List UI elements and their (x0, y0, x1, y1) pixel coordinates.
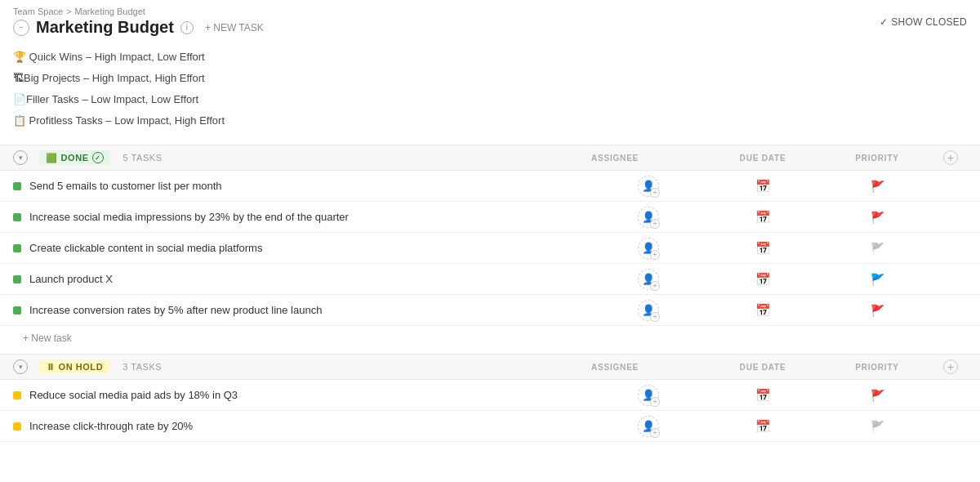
date-cell[interactable]: 📅 (706, 210, 820, 225)
assignee-cell[interactable]: 👤 (591, 176, 706, 197)
assignee-cell[interactable]: 👤 (591, 269, 706, 290)
assignee-cell[interactable]: 👤 (591, 416, 706, 437)
date-cell[interactable]: 📅 (706, 179, 820, 194)
task-label: Create clickable content in social media… (29, 242, 262, 254)
show-closed-button[interactable]: ✓ SHOW CLOSED (880, 16, 967, 28)
col-priority-done: PRIORITY (820, 154, 934, 163)
assignee-cell[interactable]: 👤 (591, 207, 706, 228)
avatar-icon: 👤 (642, 242, 655, 254)
task-name[interactable]: Create clickable content in social media… (13, 242, 591, 254)
col-assignee-hold: ASSIGNEE (591, 363, 706, 372)
date-cell[interactable]: 📅 (706, 388, 820, 403)
col-assignee-done: ASSIGNEE (591, 154, 706, 163)
avatar-placeholder[interactable]: 👤 (638, 300, 659, 321)
add-column-done[interactable]: + (943, 150, 958, 165)
flag-icon: 🚩 (871, 211, 884, 224)
avatar-icon: 👤 (642, 211, 655, 223)
avatar-placeholder[interactable]: 👤 (638, 269, 659, 290)
col-priority-hold: PRIORITY (820, 363, 934, 372)
category-filler-tasks: 📄Filler Tasks – Low Impact, Low Effort (13, 89, 967, 110)
collapse-icon[interactable]: − (13, 20, 29, 36)
priority-cell[interactable]: 🚩 (820, 420, 934, 433)
priority-cell[interactable]: 🚩 (820, 242, 934, 255)
section-done-collapse[interactable]: ▾ (13, 150, 28, 165)
task-name[interactable]: Reduce social media paid ads by 18% in Q… (13, 389, 591, 401)
assignee-cell[interactable]: 👤 (591, 238, 706, 259)
task-name[interactable]: Increase click-through rate by 20% (13, 420, 591, 432)
avatar-placeholder[interactable]: 👤 (638, 207, 659, 228)
category-big-projects: 🏗Big Projects – High Impact, High Effort (13, 68, 967, 89)
categories-list: 🏆 Quick Wins – High Impact, Low Effort 🏗… (0, 40, 980, 145)
section-on-hold: ▾ ⏸ ON HOLD 3 TASKS ASSIGNEE DUE DATE PR… (0, 354, 980, 442)
task-label: Increase click-through rate by 20% (29, 420, 193, 432)
new-task-button[interactable]: + NEW TASK (200, 20, 269, 35)
category-profitless-tasks: 📋 Profitless Tasks – Low Impact, High Ef… (13, 110, 967, 132)
info-icon[interactable]: i (180, 21, 194, 34)
task-row: Send 5 emails to customer list per month… (0, 171, 980, 202)
task-row: Increase social media impressions by 23%… (0, 202, 980, 233)
done-check-icon: ✓ (92, 152, 104, 163)
assignee-cell[interactable]: 👤 (591, 385, 706, 406)
section-done-badge: 🟩 DONE ✓ (39, 150, 110, 165)
title-row: − Marketing Budget i + NEW TASK (13, 18, 269, 37)
status-dot (13, 391, 21, 399)
section-on-hold-header: ▾ ⏸ ON HOLD 3 TASKS ASSIGNEE DUE DATE PR… (0, 354, 980, 380)
date-cell[interactable]: 📅 (706, 272, 820, 287)
on-hold-emoji: ⏸ (46, 362, 56, 372)
avatar-icon: 👤 (642, 180, 655, 192)
flag-icon: 🚩 (871, 242, 884, 255)
status-dot (13, 422, 21, 431)
on-hold-label: ON HOLD (59, 362, 104, 372)
task-label: Reduce social media paid ads by 18% in Q… (29, 389, 238, 401)
avatar-icon: 👤 (642, 304, 655, 316)
flag-icon: 🚩 (871, 180, 884, 193)
calendar-icon: 📅 (755, 272, 771, 287)
section-on-hold-badge: ⏸ ON HOLD (39, 360, 109, 373)
task-row: Create clickable content in social media… (0, 233, 980, 264)
section-on-hold-collapse[interactable]: ▾ (13, 359, 28, 374)
date-cell[interactable]: 📅 (706, 303, 820, 318)
priority-cell[interactable]: 🚩 (820, 304, 934, 317)
assignee-cell[interactable]: 👤 (591, 300, 706, 321)
add-task-done[interactable]: + New task (0, 326, 980, 354)
show-closed-check: ✓ (880, 16, 888, 28)
task-label: Increase social media impressions by 23%… (29, 211, 349, 223)
task-row: Increase conversion rates by 5% after ne… (0, 295, 980, 326)
flag-icon: 🚩 (871, 389, 884, 402)
done-label: DONE (61, 153, 89, 163)
task-label: Send 5 emails to customer list per month (29, 180, 222, 192)
breadcrumb: Team Space > Marketing Budget (13, 7, 269, 16)
status-dot (13, 306, 21, 315)
task-name[interactable]: Send 5 emails to customer list per month (13, 180, 591, 192)
priority-cell[interactable]: 🚩 (820, 180, 934, 193)
status-dot (13, 182, 21, 190)
task-label: Launch product X (29, 273, 113, 285)
task-row: Reduce social media paid ads by 18% in Q… (0, 380, 980, 411)
show-closed-label: SHOW CLOSED (891, 16, 967, 28)
date-cell[interactable]: 📅 (706, 419, 820, 434)
task-name[interactable]: Increase conversion rates by 5% after ne… (13, 304, 591, 316)
avatar-placeholder[interactable]: 👤 (638, 238, 659, 259)
avatar-placeholder[interactable]: 👤 (638, 416, 659, 437)
task-name[interactable]: Increase social media impressions by 23%… (13, 211, 591, 223)
flag-icon: 🚩 (871, 273, 884, 286)
flag-icon: 🚩 (871, 420, 884, 433)
section-on-hold-count: 3 TASKS (122, 362, 162, 372)
status-dot (13, 275, 21, 283)
avatar-placeholder[interactable]: 👤 (638, 385, 659, 406)
priority-cell[interactable]: 🚩 (820, 211, 934, 224)
done-emoji: 🟩 (46, 153, 58, 163)
priority-cell[interactable]: 🚩 (820, 273, 934, 286)
date-cell[interactable]: 📅 (706, 241, 820, 256)
avatar-icon: 👤 (642, 389, 655, 401)
page-title: Marketing Budget (36, 18, 174, 37)
avatar-placeholder[interactable]: 👤 (638, 176, 659, 197)
add-column-hold[interactable]: + (943, 359, 958, 374)
category-quick-wins: 🏆 Quick Wins – High Impact, Low Effort (13, 47, 967, 68)
calendar-icon: 📅 (755, 241, 771, 256)
task-label: Increase conversion rates by 5% after ne… (29, 304, 322, 316)
task-name[interactable]: Launch product X (13, 273, 591, 285)
breadcrumb-parent[interactable]: Team Space (13, 7, 63, 16)
col-duedate-done: DUE DATE (706, 154, 820, 163)
priority-cell[interactable]: 🚩 (820, 389, 934, 402)
